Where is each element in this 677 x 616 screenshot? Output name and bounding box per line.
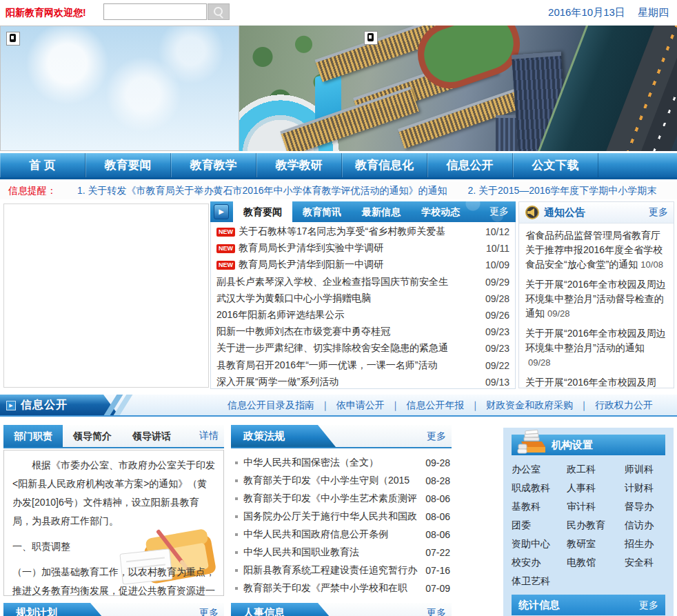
news-item-date: 10/11	[486, 243, 509, 254]
policy-item-title[interactable]: 中华人民共和国保密法（全文）	[243, 457, 420, 469]
tab-latest-info[interactable]: 最新信息	[352, 201, 411, 222]
tab-leader-speeches[interactable]: 领导讲话	[122, 425, 181, 447]
nav-item[interactable]: 教育信息化	[342, 153, 427, 177]
org-title: 机构设置	[552, 435, 593, 455]
org-link[interactable]: 基教科	[512, 497, 567, 516]
org-link[interactable]: 办公室	[512, 460, 567, 479]
news-item: 副县长卢素琴深入学校、企业检查指导国庆节前安全生 09/29	[216, 274, 509, 290]
nav-item[interactable]: 教育要闻	[85, 153, 171, 177]
welcome-text: 阳新教育网欢迎您!	[6, 0, 86, 25]
news-item-title[interactable]: 2016年阳新名师评选结果公示	[216, 309, 478, 321]
dept-paragraph: 一、职责调整	[12, 537, 215, 556]
notice-item[interactable]: 关于开展“2016年全市校园及周边环境集中整治月”活动督导检查的通知09/28	[525, 277, 667, 321]
policy-item: 中华人民共和国政府信息公开条例 08-06	[232, 526, 450, 544]
org-link[interactable]: 师训科	[625, 460, 665, 479]
stats-more-link[interactable]: 更多	[639, 595, 658, 615]
campus-aerial-photo	[239, 26, 677, 151]
news-item-title[interactable]: 县教育局召开2016年“一师一优课，一课一名师”活动	[216, 359, 478, 372]
news-item-date: 09/26	[485, 310, 509, 321]
policy-item-title[interactable]: 教育部关于印发《中小学生艺术素质测评	[243, 493, 420, 505]
nav-item[interactable]: 公文下载	[513, 153, 598, 177]
nav-bottom-strip	[0, 177, 677, 179]
news-item: 2016年阳新名师评选结果公示 09/26	[216, 307, 509, 324]
org-link[interactable]: 民办教育	[567, 516, 625, 535]
policy-more-link[interactable]: 更多	[427, 425, 446, 447]
nav-item[interactable]: 教学教研	[256, 153, 342, 177]
tab-dept-duties[interactable]: 部门职责	[3, 425, 63, 447]
policy-item-date: 07-22	[425, 547, 450, 558]
hr-more-link[interactable]: 更多	[427, 603, 446, 616]
org-link[interactable]: 安全科	[625, 553, 665, 572]
band-link[interactable]: 行政权力公开	[573, 399, 653, 410]
policy-item-title[interactable]: 阳新县教育系统工程建设责任追究暂行办	[243, 564, 420, 577]
org-link[interactable]: 教研室	[567, 535, 625, 553]
ticker-link[interactable]: 2. 关于2015—2016学年度下学期中小学期末	[468, 185, 657, 196]
news-item-title[interactable]: 关于进一步严肃纪律、切实排除校舍安全隐患的紧急通	[216, 342, 478, 355]
plan-more-link[interactable]: 更多	[199, 603, 219, 616]
policy-item: 教育部关于印发《中小学生艺术素质测评 08-06	[232, 490, 450, 508]
news-item-title[interactable]: 武汉大学为黄颡口中心小学捐赠电脑	[216, 292, 478, 305]
notice-item[interactable]: 省食品药品监督管理局省教育厅关于推荐申报2016年度全省学校食品安全“放心食堂”…	[525, 228, 667, 272]
org-link[interactable]: 校安办	[512, 553, 567, 572]
org-link[interactable]: 体卫艺科	[512, 572, 567, 590]
notice-item[interactable]: 关于开展“2016年全市校园及周边环境集中整治月”活动的通知09/28	[525, 326, 667, 370]
news-item-title[interactable]: 阳新一中教师刘杰在市级竞赛中勇夺桂冠	[216, 326, 478, 338]
news-tab-bar: ▶ 教育要闻 教育简讯 最新信息 学校动态 更多	[210, 201, 516, 222]
band-link[interactable]: 信息公开目录及指南	[228, 399, 314, 410]
play-icon[interactable]: ▶	[214, 204, 229, 219]
ticker-link[interactable]: 1. 关于转发《市教育局关于举办黄石市2016年中小学体育教学评优活动的通知》的…	[77, 185, 447, 196]
band-link[interactable]: 财政资金和政府采购	[464, 399, 573, 410]
search-icon	[214, 7, 223, 16]
notice-more-link[interactable]: 更多	[649, 206, 668, 219]
nav-item[interactable]: 首 页	[0, 153, 85, 177]
news-item-date: 09/29	[485, 277, 509, 288]
tab-edu-news[interactable]: 教育要闻	[233, 201, 292, 222]
policy-item-title[interactable]: 国务院办公厅关于施行中华人民共和国政	[243, 510, 420, 523]
flash-placeholder-icon	[364, 31, 378, 45]
hr-section-tab[interactable]: 人事信息	[231, 603, 341, 616]
org-link[interactable]: 人事科	[567, 479, 625, 497]
tab-school-updates[interactable]: 学校动态	[411, 201, 470, 222]
org-link[interactable]: 计财科	[625, 479, 665, 497]
news-more-link[interactable]: 更多	[489, 206, 516, 218]
policy-item-title[interactable]: 教育部关于印发《严禁中小学校和在职	[243, 582, 420, 595]
band-link[interactable]: 信息公开年报	[385, 399, 465, 410]
policy-item-title[interactable]: 中华人民共和国政府信息公开条例	[243, 528, 420, 541]
policy-item: 教育部关于印发《中小学生守则（2015 08-28	[232, 472, 450, 490]
news-item-title[interactable]: 教育局局长尹清华到实验中学调研	[239, 242, 479, 255]
org-link[interactable]: 团委	[512, 516, 567, 535]
search-button[interactable]	[208, 3, 230, 20]
band-links: 信息公开目录及指南依申请公开信息公开年报财政资金和政府采购行政权力公开	[228, 395, 653, 415]
org-link[interactable]: 招生办	[625, 535, 665, 553]
news-item-title[interactable]: 教育局局长尹清华到阳新一中调研	[239, 259, 478, 271]
news-item-title[interactable]: 关于石教林等17名同志为享受“省乡村教师关爱基	[239, 226, 478, 238]
news-item-title[interactable]: 副县长卢素琴深入学校、企业检查指导国庆节前安全生	[216, 276, 478, 288]
org-link[interactable]: 职成教科	[512, 479, 567, 497]
notice-item[interactable]: 关于开展“2016年全市校园及周	[525, 375, 667, 388]
band-link[interactable]: 依申请公开	[314, 399, 385, 410]
policy-tab[interactable]: 政策法规	[231, 425, 341, 447]
tab-leader-profiles[interactable]: 领导简介	[63, 425, 122, 447]
org-link[interactable]: 信访办	[625, 516, 665, 535]
news-box: ▶ 教育要闻 教育简讯 最新信息 学校动态 更多 NEW 关于石教林等17名同志…	[210, 201, 516, 388]
search-input[interactable]	[103, 3, 207, 20]
dept-detail-link[interactable]: 详情	[199, 430, 224, 442]
ticker-label: 信息提醒：	[8, 185, 57, 196]
banner-sky-slideshow	[0, 26, 239, 151]
nav-item[interactable]: 信息公开	[427, 153, 513, 177]
policy-item-title[interactable]: 教育部关于印发《中小学生守则（2015	[243, 475, 420, 487]
plan-section-tab[interactable]: 规划计划	[3, 603, 114, 616]
notice-item-date: 09/28	[528, 357, 551, 368]
org-link[interactable]: 政工科	[567, 460, 625, 479]
policy-item: 教育部关于印发《严禁中小学校和在职 07-09	[232, 579, 450, 597]
nav-item[interactable]: 教育教学	[171, 153, 256, 177]
policy-item-title[interactable]: 中华人民共和国职业教育法	[243, 546, 420, 559]
org-link[interactable]: 审计科	[567, 497, 625, 516]
org-link[interactable]: 电教馆	[567, 553, 625, 572]
org-link[interactable]: 资助中心	[512, 535, 567, 553]
org-link[interactable]: 督导办	[625, 497, 665, 516]
tab-edu-briefs[interactable]: 教育简讯	[292, 201, 352, 222]
news-item-title[interactable]: 深入开展“两学一做”系列活动	[216, 376, 478, 388]
news-item-date: 10/12	[485, 226, 509, 237]
banner	[0, 26, 677, 151]
